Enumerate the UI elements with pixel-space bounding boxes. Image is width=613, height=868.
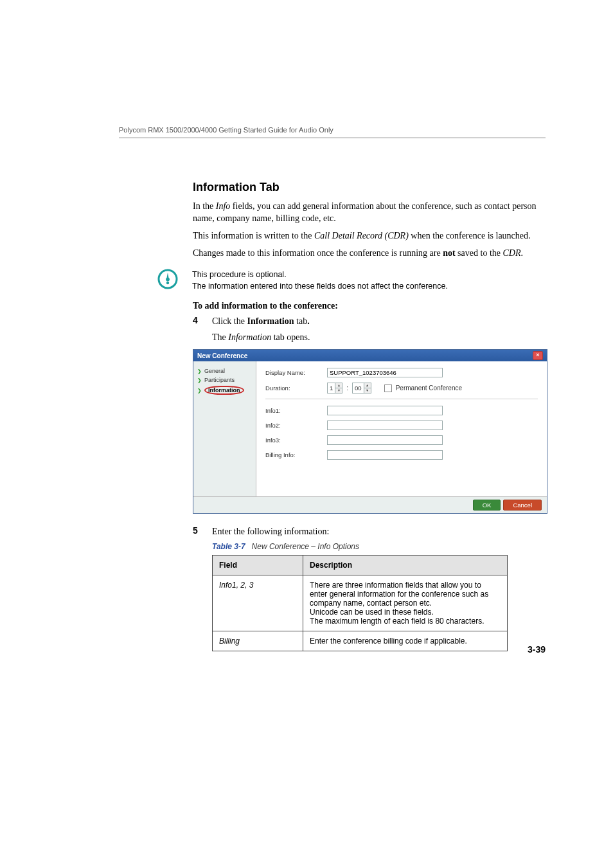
cdr-italic-2: CDR	[502, 248, 520, 258]
billing-label: Billing Info:	[265, 451, 323, 458]
duration-minutes-stepper[interactable]: 00▴▾	[352, 383, 371, 393]
desc-cell: Enter the conference billing code if app…	[303, 631, 508, 651]
text: fields, you can add general information …	[193, 201, 537, 223]
spin-down-icon[interactable]: ▾	[364, 388, 371, 393]
nav-general[interactable]: ❯General	[197, 366, 252, 375]
duration-minutes-value: 00	[353, 384, 364, 392]
desc-line: There are three information fields that …	[310, 581, 488, 608]
dialog-nav: ❯General ❯Participants ❯Information	[193, 361, 256, 496]
info3-input[interactable]	[327, 435, 443, 445]
note-icon	[157, 269, 178, 289]
table-title: New Conference – Info Options	[252, 542, 359, 551]
display-name-label: Display Name:	[265, 369, 323, 376]
running-header: Polycom RMX 1500/2000/4000 Getting Start…	[119, 126, 546, 138]
dialog-titlebar: New Conference ×	[193, 350, 547, 361]
desc-cell: There are three information fields that …	[303, 575, 508, 631]
table-header-row: Field Description	[213, 555, 508, 575]
text: .	[520, 248, 523, 258]
step-number: 5	[193, 525, 212, 538]
separator	[265, 399, 538, 399]
section-heading: Information Tab	[193, 181, 546, 194]
paragraph-1: In the Info fields, you can add general …	[193, 201, 546, 225]
table-row: Info1, 2, 3 There are three information …	[213, 575, 508, 631]
svg-point-1	[166, 281, 169, 284]
information-bold: Information	[247, 316, 294, 326]
dialog-title-text: New Conference	[197, 352, 247, 359]
info2-input[interactable]	[327, 420, 443, 430]
text: when the conference is launched.	[409, 231, 531, 240]
table-row: Billing Enter the conference billing cod…	[213, 631, 508, 651]
display-name-input[interactable]	[327, 368, 443, 377]
procedure-heading: To add information to the conference:	[193, 301, 546, 311]
info-options-table: Field Description Info1, 2, 3 There are …	[212, 555, 508, 651]
chevron-icon: ❯	[197, 368, 202, 374]
spin-down-icon[interactable]: ▾	[335, 388, 342, 393]
information-italic: Information	[228, 332, 271, 342]
info1-label: Info1:	[265, 407, 323, 414]
step-5-text: Enter the following information:	[212, 525, 546, 538]
text: Changes made to this information once th…	[193, 248, 443, 258]
step-4: 4 Click the Information tab.	[193, 315, 546, 328]
note-line-2: The information entered into these field…	[192, 282, 448, 291]
info-italic: Info	[216, 201, 231, 211]
colon: :	[346, 384, 348, 392]
billing-input[interactable]	[327, 450, 443, 460]
nav-label: General	[204, 368, 225, 374]
text: tab opens.	[271, 332, 310, 342]
not-bold: not	[443, 248, 455, 258]
field-cell: Info1, 2, 3	[213, 575, 303, 631]
paragraph-3: Changes made to this information once th…	[193, 248, 546, 260]
info2-label: Info2:	[265, 422, 323, 429]
period-bold: .	[307, 316, 310, 326]
chevron-icon: ❯	[197, 377, 202, 383]
new-conference-dialog: New Conference × ❯General ❯Participants …	[193, 349, 547, 514]
page-number: 3-39	[528, 644, 546, 655]
table-number: Table 3-7	[212, 542, 245, 551]
spin-up-icon[interactable]: ▴	[364, 383, 371, 388]
text: Click the	[212, 316, 247, 326]
step-5: 5 Enter the following information:	[193, 525, 546, 538]
duration-hours-value: 1	[328, 384, 335, 392]
step-4-result: The Information tab opens.	[212, 331, 546, 344]
chevron-icon: ❯	[197, 388, 202, 393]
duration-hours-stepper[interactable]: 1▴▾	[327, 383, 342, 393]
info3-label: Info3:	[265, 437, 323, 444]
info1-input[interactable]	[327, 406, 443, 415]
spin-up-icon[interactable]: ▴	[335, 383, 342, 388]
cancel-button[interactable]: Cancel	[503, 500, 542, 511]
note-text: This procedure is optional. The informat…	[192, 269, 448, 292]
dialog-footer: OK Cancel	[193, 496, 547, 513]
ok-button[interactable]: OK	[473, 500, 501, 511]
nav-label-active: Information	[204, 386, 244, 395]
nav-information[interactable]: ❯Information	[197, 384, 252, 396]
cdr-italic: Call Detail Record (CDR)	[314, 231, 409, 240]
permanent-checkbox[interactable]	[384, 384, 392, 392]
note-block: This procedure is optional. The informat…	[157, 269, 546, 292]
text: The	[212, 332, 228, 342]
text: This information is written to the	[193, 231, 314, 240]
dialog-main: Display Name: Duration: 1▴▾ : 00▴▾ Perma…	[256, 361, 547, 496]
nav-label: Participants	[204, 377, 235, 383]
field-cell: Billing	[213, 631, 303, 651]
col-field: Field	[213, 555, 303, 575]
table-caption: Table 3-7 New Conference – Info Options	[212, 542, 546, 551]
permanent-label: Permanent Conference	[396, 384, 462, 392]
col-description: Description	[303, 555, 508, 575]
desc-line: The maximum length of each field is 80 c…	[310, 617, 484, 626]
duration-label: Duration:	[265, 384, 323, 392]
nav-participants[interactable]: ❯Participants	[197, 375, 252, 384]
text: saved to the	[456, 248, 503, 258]
text: In the	[193, 201, 216, 211]
close-icon[interactable]: ×	[533, 351, 543, 360]
desc-line: Unicode can be used in these fields.	[310, 608, 434, 617]
text: tab	[294, 316, 308, 326]
note-line-1: This procedure is optional.	[192, 270, 287, 279]
paragraph-2: This information is written to the Call …	[193, 230, 546, 242]
step-number: 4	[193, 315, 212, 328]
